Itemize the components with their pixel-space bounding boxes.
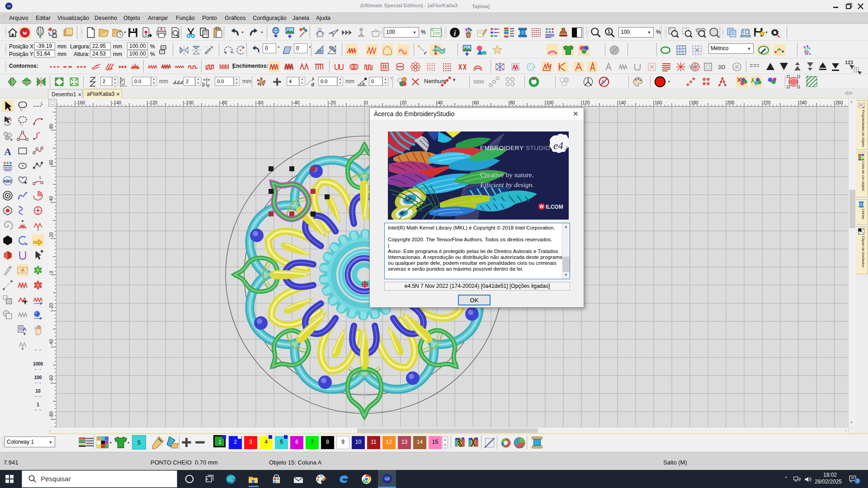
svg-text:20: 20 [49, 232, 54, 237]
svg-text:240: 240 [799, 100, 807, 105]
svg-text:220: 220 [763, 100, 771, 105]
svg-text:20: 20 [401, 100, 407, 105]
svg-text:60: 60 [49, 160, 54, 165]
svg-text:-80: -80 [221, 100, 227, 105]
svg-text:-40: -40 [49, 339, 54, 346]
svg-text:120: 120 [582, 100, 590, 105]
svg-text:Creative by nature.: Creative by nature. [480, 171, 533, 178]
svg-text:-120: -120 [148, 100, 157, 105]
svg-text:e4: e4 [385, 476, 389, 481]
svg-text:60: 60 [474, 100, 479, 105]
svg-text:-60: -60 [49, 375, 54, 382]
svg-text:100: 100 [546, 100, 554, 105]
svg-text:d: d [311, 82, 314, 87]
svg-text:200: 200 [727, 100, 735, 105]
svg-text:ABC: ABC [2, 178, 13, 183]
svg-text:w: w [23, 29, 28, 36]
svg-text:40: 40 [49, 196, 54, 201]
svg-text:-40: -40 [293, 100, 300, 105]
svg-text:80: 80 [510, 100, 515, 105]
svg-text:e4: e4 [7, 5, 10, 8]
svg-text:W: W [539, 204, 544, 209]
svg-text:STUDIO: STUDIO [526, 145, 550, 151]
svg-text:a: a [362, 81, 365, 86]
svg-text:.5: .5 [564, 145, 568, 150]
svg-text:e4: e4 [553, 140, 563, 151]
svg-text:-140: -140 [112, 100, 121, 105]
svg-text:180: 180 [691, 100, 698, 105]
svg-text:i: i [454, 29, 456, 38]
svg-text:-80: -80 [49, 411, 54, 418]
svg-text:0: 0 [365, 100, 368, 105]
svg-text:-20: -20 [329, 100, 336, 105]
svg-text:40: 40 [438, 100, 443, 105]
svg-text:140: 140 [618, 100, 626, 105]
svg-text:ILCOM: ILCOM [546, 204, 563, 210]
svg-text:1: 1 [37, 227, 39, 231]
svg-text:160: 160 [655, 100, 662, 105]
svg-text:0: 0 [49, 271, 54, 273]
svg-text:-60: -60 [257, 100, 264, 105]
svg-text:Efficient by design.: Efficient by design. [480, 181, 534, 188]
svg-text:fx: fx [602, 79, 606, 84]
svg-text:-20: -20 [49, 303, 54, 310]
svg-text:260: 260 [835, 100, 843, 105]
svg-text:123: 123 [845, 60, 853, 65]
svg-text:EMBROIDERY: EMBROIDERY [480, 145, 524, 151]
svg-text:1: 1 [39, 175, 41, 180]
svg-text:-100: -100 [184, 100, 193, 105]
svg-text:-160: -160 [76, 100, 85, 105]
svg-text:1: 1 [40, 101, 42, 106]
svg-text:1: 1 [608, 28, 611, 35]
svg-text:10: 10 [317, 49, 322, 53]
svg-text:80: 80 [49, 123, 54, 129]
svg-text:A: A [4, 146, 11, 157]
svg-text:3D: 3D [718, 64, 726, 70]
